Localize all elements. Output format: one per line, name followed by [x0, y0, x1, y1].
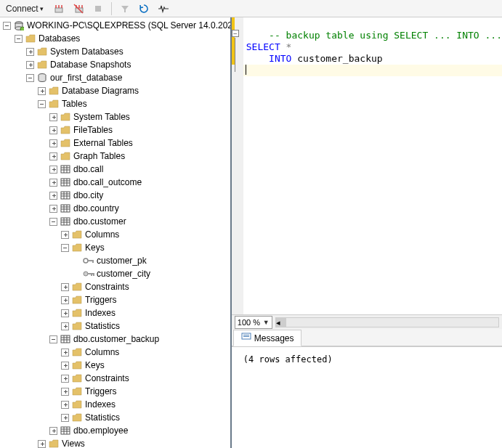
file-tables-node[interactable]: FileTables: [0, 123, 230, 137]
expand-toggle[interactable]: [38, 87, 46, 95]
expand-toggle[interactable]: [49, 166, 57, 174]
node-label: Columns: [85, 229, 119, 240]
columns-node[interactable]: Columns: [0, 228, 230, 241]
expand-toggle[interactable]: [61, 362, 69, 370]
expand-toggle[interactable]: [61, 414, 69, 422]
folder-icon: [48, 438, 60, 448]
keys-node-2[interactable]: Keys: [0, 359, 230, 372]
indexes-node-2[interactable]: Indexes: [0, 398, 230, 411]
table-dbo-employee[interactable]: dbo.employee: [0, 424, 230, 437]
stop-icon[interactable]: [90, 3, 106, 15]
activity-monitor-icon[interactable]: [155, 3, 172, 15]
expand-toggle[interactable]: [49, 139, 57, 147]
external-tables-node[interactable]: External Tables: [0, 137, 230, 150]
table-dbo-city[interactable]: dbo.city: [0, 189, 230, 202]
statistics-node-2[interactable]: Statistics: [0, 411, 230, 424]
system-tables-node[interactable]: System Tables: [0, 110, 230, 123]
server-node[interactable]: WORKING-PC\SQLEXPRESS (SQL Server 14.0.2…: [0, 19, 230, 32]
folder-icon: [71, 229, 83, 240]
node-label: dbo.country: [73, 203, 119, 213]
connect-label: Connect: [6, 4, 39, 14]
expand-toggle[interactable]: [26, 74, 34, 82]
databases-node[interactable]: Databases: [0, 32, 230, 45]
expand-toggle[interactable]: [49, 205, 57, 213]
node-label: Triggers: [85, 386, 117, 396]
triggers-node[interactable]: Triggers: [0, 293, 230, 306]
expand-toggle[interactable]: [38, 440, 46, 448]
object-explorer-tree[interactable]: WORKING-PC\SQLEXPRESS (SQL Server 14.0.2…: [0, 17, 232, 448]
table-dbo-call[interactable]: dbo.call: [0, 163, 230, 176]
triggers-node-2[interactable]: Triggers: [0, 385, 230, 398]
expand-toggle[interactable]: [61, 309, 69, 317]
views-node[interactable]: Views: [0, 437, 230, 448]
expand-toggle[interactable]: [61, 231, 69, 239]
zoom-select[interactable]: 100 % ▼: [235, 316, 272, 329]
expand-toggle[interactable]: [61, 349, 69, 357]
filter-icon[interactable]: [117, 3, 133, 15]
expand-toggle[interactable]: [49, 427, 57, 435]
svg-rect-45: [61, 427, 70, 434]
node-label: Columns: [85, 347, 119, 357]
expand-toggle[interactable]: [38, 100, 46, 108]
db-snapshots-node[interactable]: Database Snapshots: [0, 58, 230, 71]
folder-icon: [71, 359, 83, 371]
refresh-icon[interactable]: [136, 3, 152, 15]
svg-rect-35: [92, 260, 94, 263]
messages-icon: [241, 333, 251, 343]
expand-toggle[interactable]: [61, 388, 69, 396]
node-label: FileTables: [73, 125, 113, 135]
scrollbar-thumb[interactable]: ◂: [276, 318, 286, 327]
expand-toggle[interactable]: [49, 179, 57, 187]
disconnect-server-icon[interactable]: [70, 2, 87, 15]
table-dbo-customer-backup[interactable]: dbo.customer_backup: [0, 333, 230, 346]
tables-node[interactable]: Tables: [0, 97, 230, 110]
foreign-key-icon: [83, 268, 94, 280]
constraints-node-2[interactable]: Constraints: [0, 372, 230, 385]
db-diagrams-node[interactable]: Database Diagrams: [0, 84, 230, 97]
folder-icon: [71, 242, 83, 253]
expand-toggle[interactable]: [61, 322, 69, 330]
messages-panel[interactable]: (4 rows affected): [232, 346, 502, 448]
constraints-node[interactable]: Constraints: [0, 280, 230, 293]
our-first-database-node[interactable]: our_first_database: [0, 71, 230, 84]
expand-toggle[interactable]: [49, 113, 57, 121]
expand-toggle[interactable]: [61, 283, 69, 291]
expand-toggle[interactable]: [26, 61, 34, 69]
table-dbo-country[interactable]: dbo.country: [0, 202, 230, 215]
indexes-node[interactable]: Indexes: [0, 306, 230, 319]
tab-messages[interactable]: Messages: [233, 330, 302, 346]
primary-key-node[interactable]: customer_pk: [0, 254, 230, 267]
expand-toggle[interactable]: [49, 335, 57, 343]
statistics-node[interactable]: Statistics: [0, 319, 230, 333]
code-fold-toggle[interactable]: −: [232, 30, 239, 37]
connect-button[interactable]: Connect ▾: [3, 3, 46, 15]
expand-toggle[interactable]: [61, 296, 69, 304]
connect-server-icon[interactable]: [49, 2, 67, 15]
expand-toggle[interactable]: [61, 375, 69, 383]
expand-toggle[interactable]: [61, 244, 69, 252]
keys-node[interactable]: Keys: [0, 241, 230, 254]
table-dbo-call-outcome[interactable]: dbo.call_outcome: [0, 176, 230, 189]
expand-toggle[interactable]: [49, 126, 57, 134]
foreign-key-node[interactable]: customer_city: [0, 267, 230, 280]
expand-toggle[interactable]: [3, 22, 11, 30]
expand-toggle[interactable]: [61, 401, 69, 409]
editor-gutter: −: [232, 17, 243, 314]
expand-toggle[interactable]: [49, 192, 57, 200]
node-label: External Tables: [73, 138, 133, 148]
horizontal-scrollbar[interactable]: ◂: [275, 317, 499, 327]
table-icon: [60, 163, 71, 175]
node-label: Keys: [85, 360, 105, 370]
table-icon: [60, 425, 71, 436]
folder-icon: [60, 111, 71, 123]
expand-toggle[interactable]: [26, 48, 34, 56]
sql-editor[interactable]: − -- backup table using SELECT ... INTO …: [232, 17, 502, 314]
expand-toggle[interactable]: [49, 152, 57, 160]
columns-node-2[interactable]: Columns: [0, 346, 230, 359]
graph-tables-node[interactable]: Graph Tables: [0, 150, 230, 163]
expand-toggle[interactable]: [15, 35, 23, 43]
node-label: Database Diagrams: [62, 86, 139, 96]
system-databases-node[interactable]: System Databases: [0, 45, 230, 58]
table-dbo-customer[interactable]: dbo.customer: [0, 215, 230, 228]
expand-toggle[interactable]: [49, 218, 57, 226]
